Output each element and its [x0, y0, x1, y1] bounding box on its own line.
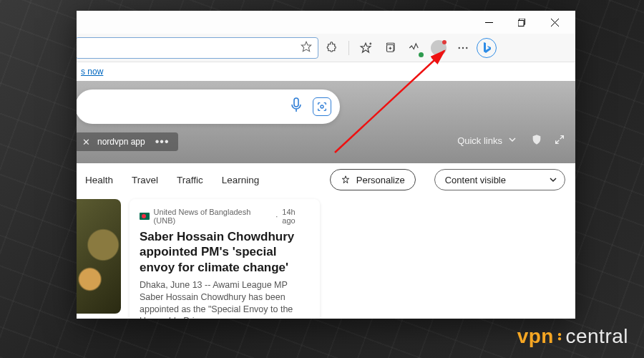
- minimize-button[interactable]: [472, 11, 505, 34]
- hero-actions: [531, 134, 565, 148]
- news-summary: Dhaka, June 13 -- Awami League MP Saber …: [140, 279, 310, 319]
- svg-rect-2: [518, 20, 524, 26]
- feed-category-bar: Health Travel Traffic Learning Personali…: [77, 163, 575, 196]
- feed-tab-learning[interactable]: Learning: [222, 175, 260, 185]
- feed-tab-travel[interactable]: Travel: [132, 175, 158, 185]
- search-box[interactable]: [77, 90, 340, 124]
- maximize-button[interactable]: [505, 11, 538, 34]
- chevron-down-icon: [549, 175, 557, 184]
- toolbar-separator: [348, 41, 349, 55]
- quick-links-label: Quick links: [457, 135, 502, 146]
- news-thumbnail[interactable]: [77, 199, 121, 314]
- extensions-icon[interactable]: [321, 37, 343, 59]
- image-search-icon[interactable]: [313, 97, 331, 116]
- chip-close-icon[interactable]: ✕: [82, 137, 90, 147]
- watermark: vpn ●● central: [517, 325, 628, 348]
- svg-point-12: [459, 47, 460, 48]
- sparkle-icon: [341, 175, 351, 185]
- browser-toolbar: [77, 34, 575, 62]
- recent-search-chip[interactable]: ✕ nordvpn app •••: [77, 132, 178, 151]
- svg-rect-15: [294, 98, 298, 107]
- favorites-icon[interactable]: [355, 37, 376, 59]
- news-source: United News of Bangladesh (UNB): [154, 208, 272, 225]
- watermark-part-b: central: [565, 325, 628, 348]
- new-tab-hero: ✕ nordvpn app ••• Quick links: [77, 81, 575, 163]
- content-visible-label: Content visible: [445, 175, 506, 185]
- feed-tab-health[interactable]: Health: [85, 175, 113, 185]
- source-flag-icon: [140, 213, 150, 220]
- profile-button[interactable]: [428, 37, 449, 59]
- shield-icon[interactable]: [531, 134, 542, 148]
- bookmark-link[interactable]: s now: [81, 67, 103, 77]
- address-bar[interactable]: [77, 37, 318, 59]
- browser-window: s now ✕ nordvpn app ••• Quick links: [77, 11, 575, 319]
- bing-icon: [482, 42, 492, 54]
- svg-point-14: [466, 47, 467, 48]
- svg-marker-6: [361, 43, 371, 52]
- bing-sidebar-button[interactable]: [477, 38, 497, 58]
- svg-point-17: [321, 105, 323, 108]
- watermark-dot-icon: ●●: [557, 332, 562, 341]
- close-button[interactable]: [538, 11, 571, 34]
- avatar: [431, 40, 447, 56]
- more-menu-button[interactable]: [452, 37, 474, 59]
- svg-marker-18: [342, 176, 348, 183]
- news-card-source-row: United News of Bangladesh (UNB) · 14h ag…: [140, 208, 310, 225]
- expand-icon[interactable]: [554, 134, 565, 148]
- news-feed: United News of Bangladesh (UNB) · 14h ag…: [77, 196, 575, 319]
- quick-links-toggle[interactable]: Quick links: [457, 135, 517, 146]
- news-time: 14h ago: [282, 208, 310, 225]
- chevron-down-icon: [508, 135, 517, 146]
- favorite-star-icon[interactable]: [301, 41, 312, 55]
- performance-icon[interactable]: [404, 37, 425, 59]
- personalize-button[interactable]: Personalize: [330, 169, 416, 190]
- status-dot-icon: [419, 52, 424, 57]
- chip-more-icon[interactable]: •••: [155, 135, 170, 148]
- news-title: Saber Hossain Chowdhury appointed PM's '…: [140, 229, 310, 275]
- voice-search-icon[interactable]: [290, 97, 303, 116]
- collections-icon[interactable]: [379, 37, 401, 59]
- chip-label: nordvpn app: [97, 137, 145, 147]
- feed-tab-traffic[interactable]: Traffic: [177, 175, 203, 185]
- svg-marker-5: [301, 42, 311, 51]
- personalize-label: Personalize: [356, 175, 405, 185]
- watermark-part-a: vpn: [517, 325, 554, 348]
- svg-point-13: [462, 47, 464, 48]
- content-visibility-dropdown[interactable]: Content visible: [434, 169, 565, 190]
- news-card[interactable]: United News of Bangladesh (UNB) · 14h ag…: [130, 199, 320, 319]
- window-titlebar: [77, 11, 575, 34]
- bookmark-bar: s now: [77, 62, 575, 81]
